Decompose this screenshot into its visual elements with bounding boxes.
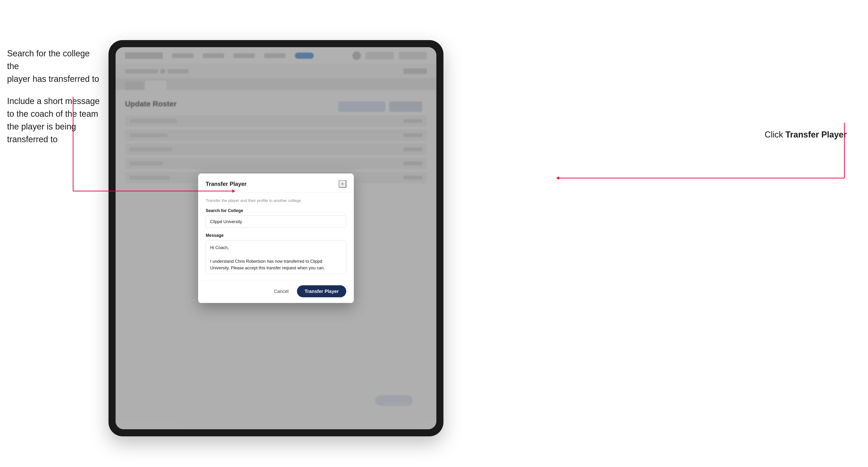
modal-title: Transfer Player xyxy=(206,181,247,187)
annotation-click-prefix: Click xyxy=(765,130,785,139)
modal-overlay: Transfer Player × Transfer the player an… xyxy=(116,47,436,429)
annotation-left: Search for the college the player has tr… xyxy=(7,47,101,155)
cancel-button[interactable]: Cancel xyxy=(270,286,292,297)
modal-close-button[interactable]: × xyxy=(339,180,346,188)
annotation-transfer-player: Transfer Player xyxy=(785,130,847,139)
annotation-text-1: Search for the college the player has tr… xyxy=(7,47,101,85)
annotation-right: Click Transfer Player xyxy=(765,130,847,139)
search-college-input[interactable] xyxy=(206,216,346,228)
message-textarea[interactable] xyxy=(206,240,346,273)
transfer-player-modal: Transfer Player × Transfer the player an… xyxy=(198,174,354,303)
search-college-label: Search for College xyxy=(206,208,346,213)
transfer-player-button[interactable]: Transfer Player xyxy=(297,285,346,298)
modal-footer: Cancel Transfer Player xyxy=(198,281,354,303)
message-label: Message xyxy=(206,233,346,238)
modal-body: Transfer the player and their profile to… xyxy=(198,193,354,281)
tablet-screen: Update Roster xyxy=(116,47,436,429)
modal-header: Transfer Player × xyxy=(198,174,354,193)
modal-subtitle: Transfer the player and their profile to… xyxy=(206,198,346,203)
tablet-device: Update Roster xyxy=(108,40,443,436)
svg-marker-5 xyxy=(556,177,559,180)
annotation-text-2: Include a short message to the coach of … xyxy=(7,95,101,146)
